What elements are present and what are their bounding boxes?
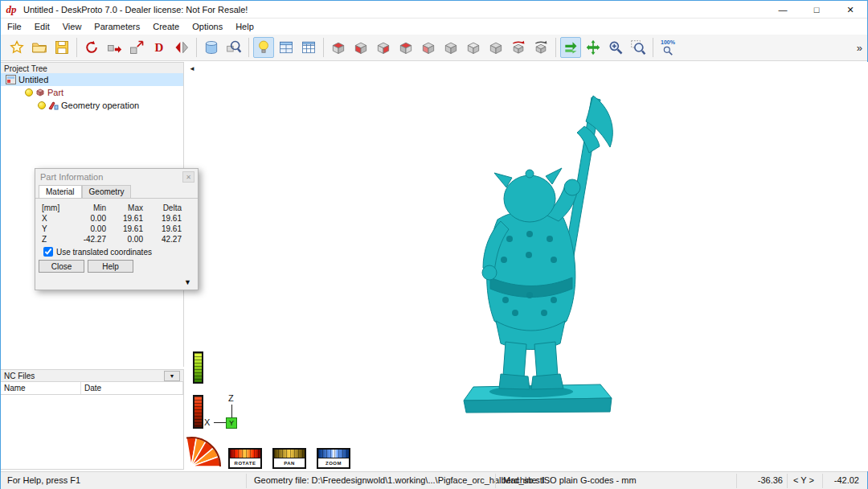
tree-item-part[interactable]: Part: [1, 86, 183, 99]
toolbar-separator: [196, 38, 197, 57]
axis-x-line: [214, 422, 226, 423]
status-separator: [822, 474, 823, 488]
tree-item-geometry-operation[interactable]: Geometry operation: [1, 99, 183, 112]
view-back-icon[interactable]: [395, 37, 416, 58]
dialog-titlebar[interactable]: Part Information ✕: [35, 169, 198, 185]
axis-z-label: Z: [228, 393, 234, 403]
tab-material[interactable]: Material: [39, 185, 82, 198]
view-shade-icon[interactable]: [485, 37, 506, 58]
status-separator: [787, 474, 788, 488]
view-side-icon[interactable]: [373, 37, 394, 58]
status-separator: [495, 474, 496, 488]
toolbar-separator: [248, 38, 249, 57]
nc-files-dropdown-button[interactable]: ▼: [164, 371, 180, 381]
axis-y-button[interactable]: Y: [226, 417, 237, 429]
menu-edit[interactable]: Edit: [28, 18, 56, 35]
nc-col-date[interactable]: Date: [81, 382, 183, 394]
menubar: File Edit View Parameters Create Options…: [1, 18, 867, 35]
row-x-max: 19.61: [111, 214, 148, 223]
spindle-indicator[interactable]: [193, 395, 203, 429]
rotate-label: ROTATE: [230, 458, 260, 467]
pan-mode-button[interactable]: PAN: [272, 448, 306, 469]
open-file-icon[interactable]: [29, 37, 50, 58]
project-icon: [6, 75, 16, 84]
collapse-panel-icon[interactable]: ◄: [189, 65, 195, 72]
toolbar-overflow-chevron[interactable]: »: [857, 42, 862, 54]
dialog-tabs: Material Geometry: [35, 185, 198, 199]
tree-item-untitled[interactable]: Untitled: [1, 73, 183, 86]
nc-files-list[interactable]: [1, 395, 184, 470]
scale-part-icon[interactable]: [126, 37, 147, 58]
visibility-bulb-icon[interactable]: [38, 101, 46, 109]
zoom-window-icon[interactable]: [628, 37, 649, 58]
dialog-close-button[interactable]: Close: [39, 260, 84, 273]
mirror-part-icon[interactable]: [171, 37, 192, 58]
wizard-bulb-icon[interactable]: [253, 37, 274, 58]
status-separator: [246, 474, 247, 488]
transform-view-icon[interactable]: [560, 37, 581, 58]
model-left-leg: [503, 342, 526, 378]
col-header-min: Min: [72, 203, 111, 212]
rotate-part-icon[interactable]: [81, 37, 102, 58]
dialog-help-button[interactable]: Help: [88, 260, 133, 273]
rotate-view-icon[interactable]: [508, 37, 529, 58]
project-tree-title: Project Tree: [4, 64, 47, 73]
nc-files-title: NC Files: [4, 372, 35, 380]
rotate-gradient-bar: [230, 450, 260, 458]
rotate-mode-button[interactable]: ROTATE: [228, 448, 262, 469]
deskproto-d-icon[interactable]: D: [149, 37, 170, 58]
zoom-mode-button[interactable]: ZOOM: [317, 448, 350, 469]
tab-geometry[interactable]: Geometry: [82, 185, 132, 198]
row-z-max: 0.00: [111, 235, 148, 244]
status-coordinate-z: -42.02: [827, 475, 859, 485]
minimize-button[interactable]: —: [766, 1, 800, 18]
axis-x-label: X: [204, 417, 210, 427]
close-button[interactable]: ✕: [833, 1, 867, 18]
view-perspective-icon[interactable]: [463, 37, 484, 58]
menu-parameters[interactable]: Parameters: [88, 18, 146, 35]
row-z-min: -42.27: [72, 235, 111, 244]
geometry-operation-icon: [48, 101, 59, 110]
cylinder-icon[interactable]: [201, 37, 222, 58]
parameters-grid-icon[interactable]: [298, 37, 319, 58]
operations-table-icon[interactable]: [276, 37, 297, 58]
maximize-button[interactable]: □: [800, 1, 833, 18]
zoom-level-label: 100%: [661, 39, 675, 45]
dialog-dropdown-icon[interactable]: ▼: [184, 278, 191, 286]
row-x-axis: X: [42, 214, 72, 223]
visibility-bulb-icon[interactable]: [25, 88, 33, 97]
row-x-min: 0.00: [72, 214, 111, 223]
row-y-max: 19.61: [111, 224, 148, 233]
view-iso-icon[interactable]: [440, 37, 461, 58]
menu-view[interactable]: View: [56, 18, 88, 35]
feed-rate-indicator[interactable]: [193, 351, 203, 384]
view-bottom-icon[interactable]: [418, 37, 439, 58]
part-info-icon[interactable]: [223, 37, 244, 58]
toolbar-separator: [653, 38, 653, 57]
save-icon[interactable]: [51, 37, 72, 58]
row-z-axis: Z: [42, 235, 72, 244]
menu-create[interactable]: Create: [146, 18, 186, 35]
menu-help[interactable]: Help: [229, 18, 260, 35]
use-translated-coordinates-checkbox[interactable]: [43, 247, 53, 257]
checkbox-label: Use translated coordinates: [56, 248, 152, 257]
use-translated-coordinates-row[interactable]: Use translated coordinates: [43, 247, 198, 257]
model-left-fist: [482, 265, 497, 280]
rotate-dial[interactable]: [186, 434, 223, 471]
dialog-close-icon[interactable]: ✕: [182, 171, 194, 183]
part-icon: [35, 88, 45, 97]
app-window: dp Untitled - DeskProto 7.0 - Dealer lic…: [0, 0, 868, 489]
view-front-icon[interactable]: [350, 37, 371, 58]
view-top-icon[interactable]: [328, 37, 349, 58]
menu-options[interactable]: Options: [186, 18, 229, 35]
zoom-100-icon[interactable]: 100%: [657, 37, 678, 58]
spin-view-icon[interactable]: [530, 37, 551, 58]
new-file-icon[interactable]: [6, 37, 27, 58]
nc-col-name[interactable]: Name: [1, 382, 81, 394]
menu-file[interactable]: File: [1, 18, 28, 35]
status-separator: [736, 474, 737, 488]
zoom-in-icon[interactable]: [605, 37, 626, 58]
pan-move-icon[interactable]: [583, 37, 604, 58]
translate-part-icon[interactable]: [104, 37, 125, 58]
dimensions-table: [mm] Min Max Delta X 0.00 19.61 19.61 Y …: [42, 203, 193, 244]
